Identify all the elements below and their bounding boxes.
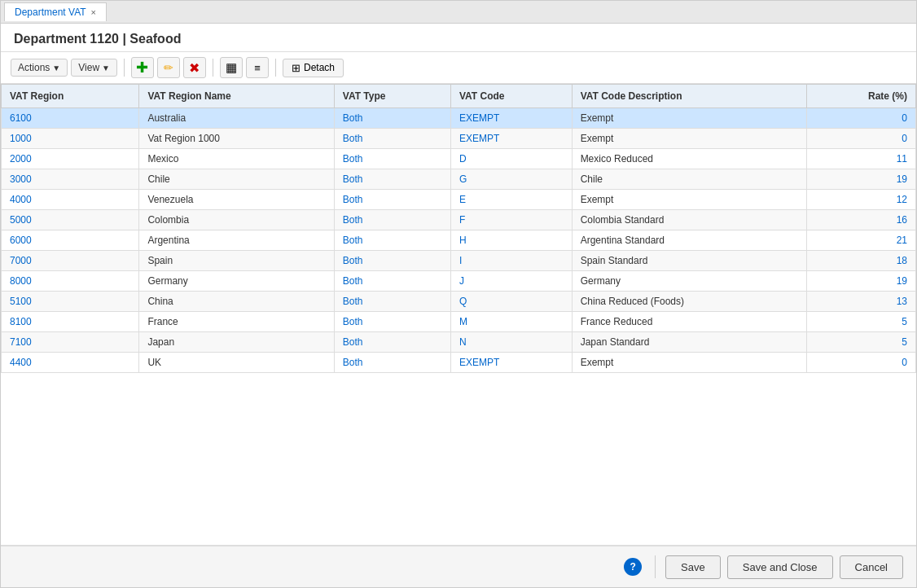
cell-vat-code-description: Spain Standard <box>572 251 806 271</box>
cell-vat-region: 6100 <box>2 108 139 129</box>
table-row[interactable]: 5000ColombiaBothFColombia Standard16 <box>2 210 916 230</box>
cell-vat-region-name: Colombia <box>139 210 334 230</box>
table-row[interactable]: 3000ChileBothGChile19 <box>2 169 916 190</box>
view-label: View <box>78 62 99 73</box>
cell-rate: 0 <box>806 129 915 149</box>
cell-vat-code: M <box>450 312 572 332</box>
detach-label: Detach <box>304 62 335 73</box>
add-button[interactable]: ✚ <box>131 57 154 78</box>
cell-vat-type: Both <box>334 190 450 210</box>
tab-label: Department VAT <box>15 7 86 18</box>
col-vat-type: VAT Type <box>334 85 450 108</box>
table-header-row: VAT Region VAT Region Name VAT Type VAT … <box>2 85 916 108</box>
edit-button[interactable]: ✏ <box>157 57 180 78</box>
toolbar-separator-1 <box>124 59 125 77</box>
cell-vat-type: Both <box>334 129 450 149</box>
table-row[interactable]: 6000ArgentinaBothHArgentina Standard21 <box>2 230 916 251</box>
cell-vat-code: Q <box>450 292 572 312</box>
cell-vat-code-description: Exempt <box>572 190 806 210</box>
cell-vat-code-description: Exempt <box>572 353 806 373</box>
cell-vat-code: G <box>450 169 572 190</box>
view-button[interactable]: View ▼ <box>71 59 117 77</box>
cell-rate: 16 <box>806 210 915 230</box>
cell-vat-region-name: Australia <box>139 108 334 129</box>
cell-rate: 19 <box>806 169 915 190</box>
department-vat-tab[interactable]: Department VAT × <box>4 2 107 21</box>
cell-vat-code-description: Argentina Standard <box>572 230 806 251</box>
wrap-button[interactable]: ≡ <box>246 57 269 78</box>
cell-vat-type: Both <box>334 108 450 129</box>
cell-vat-type: Both <box>334 149 450 169</box>
cell-vat-code: I <box>450 251 572 271</box>
col-vat-code: VAT Code <box>450 85 572 108</box>
table-row[interactable]: 2000MexicoBothDMexico Reduced11 <box>2 149 916 169</box>
cell-vat-region: 4400 <box>2 353 139 373</box>
table-row[interactable]: 8100FranceBothMFrance Reduced5 <box>2 312 916 332</box>
tab-close-icon[interactable]: × <box>91 7 96 17</box>
table-body: 6100AustraliaBothEXEMPTExempt01000Vat Re… <box>2 108 916 373</box>
cell-vat-code: D <box>450 149 572 169</box>
cell-vat-region: 6000 <box>2 230 139 251</box>
table-row[interactable]: 6100AustraliaBothEXEMPTExempt0 <box>2 108 916 129</box>
cell-rate: 0 <box>806 353 915 373</box>
cell-vat-code-description: Exempt <box>572 129 806 149</box>
cell-rate: 5 <box>806 332 915 353</box>
cell-vat-type: Both <box>334 169 450 190</box>
vat-table: VAT Region VAT Region Name VAT Type VAT … <box>1 84 916 373</box>
cell-vat-code: EXEMPT <box>450 108 572 129</box>
cell-vat-region-name: Venezuela <box>139 190 334 210</box>
cell-vat-type: Both <box>334 230 450 251</box>
cell-vat-code-description: Chile <box>572 169 806 190</box>
cell-vat-region: 7000 <box>2 251 139 271</box>
cell-vat-type: Both <box>334 332 450 353</box>
cell-vat-code-description: Germany <box>572 271 806 292</box>
table-row[interactable]: 7100JapanBothNJapan Standard5 <box>2 332 916 353</box>
help-button[interactable]: ? <box>624 558 642 576</box>
cell-vat-region-name: Argentina <box>139 230 334 251</box>
main-window: Department VAT × Department 1120 | Seafo… <box>0 0 917 588</box>
cell-vat-region: 3000 <box>2 169 139 190</box>
cell-vat-code: EXEMPT <box>450 129 572 149</box>
cell-rate: 13 <box>806 292 915 312</box>
cell-vat-region: 2000 <box>2 149 139 169</box>
save-and-close-button[interactable]: Save and Close <box>727 555 833 579</box>
cell-vat-region-name: Japan <box>139 332 334 353</box>
col-vat-region: VAT Region <box>2 85 139 108</box>
cell-vat-type: Both <box>334 312 450 332</box>
detach-button[interactable]: ⊞ Detach <box>283 59 344 77</box>
table-row[interactable]: 5100ChinaBothQChina Reduced (Foods)13 <box>2 292 916 312</box>
cell-vat-region: 5100 <box>2 292 139 312</box>
detach-icon: ⊞ <box>292 62 301 74</box>
save-button[interactable]: Save <box>665 555 721 579</box>
cell-vat-code: J <box>450 271 572 292</box>
cell-vat-region-name: China <box>139 292 334 312</box>
cell-vat-code-description: Exempt <box>572 108 806 129</box>
col-vat-code-description: VAT Code Description <box>572 85 806 108</box>
delete-button[interactable]: ✖ <box>183 57 206 78</box>
table-row[interactable]: 4400UKBothEXEMPTExempt0 <box>2 353 916 373</box>
cancel-button[interactable]: Cancel <box>840 555 903 579</box>
cell-vat-region-name: Mexico <box>139 149 334 169</box>
table-row[interactable]: 4000VenezuelaBothEExempt12 <box>2 190 916 210</box>
cell-vat-code-description: Japan Standard <box>572 332 806 353</box>
cell-vat-type: Both <box>334 271 450 292</box>
cell-vat-code: F <box>450 210 572 230</box>
cell-vat-region-name: UK <box>139 353 334 373</box>
actions-button[interactable]: Actions ▼ <box>11 59 68 77</box>
view-chevron-icon: ▼ <box>102 64 110 72</box>
table-row[interactable]: 7000SpainBothISpain Standard18 <box>2 251 916 271</box>
cell-vat-region: 8000 <box>2 271 139 292</box>
content-area: VAT Region VAT Region Name VAT Type VAT … <box>1 84 916 545</box>
actions-label: Actions <box>18 62 50 73</box>
cell-rate: 12 <box>806 190 915 210</box>
footer: ? Save Save and Close Cancel <box>1 545 916 587</box>
table-row[interactable]: 8000GermanyBothJGermany19 <box>2 271 916 292</box>
cell-vat-region-name: Germany <box>139 271 334 292</box>
cell-vat-type: Both <box>334 292 450 312</box>
freeze-button[interactable]: ▦ <box>220 57 243 78</box>
page-title: Department 1120 | Seafood <box>1 24 916 52</box>
cell-rate: 11 <box>806 149 915 169</box>
table-row[interactable]: 1000Vat Region 1000BothEXEMPTExempt0 <box>2 129 916 149</box>
cell-rate: 0 <box>806 108 915 129</box>
col-rate: Rate (%) <box>806 85 915 108</box>
